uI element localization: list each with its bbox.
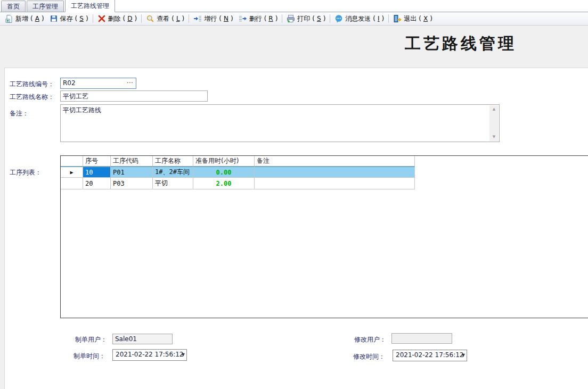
add-row-label: 增行: [204, 14, 217, 23]
grid-header-code[interactable]: 工序代码: [111, 156, 153, 167]
grid-header-seq[interactable]: 序号: [83, 156, 111, 167]
delete-label: 删除: [108, 14, 121, 23]
route-code-value: R02: [63, 79, 76, 87]
route-code-label: 工艺路线编号：: [10, 80, 54, 89]
print-icon: [287, 14, 295, 23]
creator-label: 制单用户：: [75, 335, 107, 344]
remark-scrollbar[interactable]: ▲ ▼: [489, 105, 499, 141]
modify-time-picker[interactable]: 2021-02-22 17:56:12 ▼: [393, 350, 467, 361]
tab-routing-management[interactable]: 工艺路线管理: [65, 0, 115, 12]
add-row-icon: [193, 14, 202, 23]
remark-textarea[interactable]: 平切工艺路线 ▲ ▼: [60, 104, 500, 142]
remark-label: 备注：: [10, 109, 29, 118]
chevron-down-icon[interactable]: ▼: [462, 353, 465, 358]
save-label: 保存: [60, 14, 73, 23]
route-name-input[interactable]: 平切工艺: [60, 90, 208, 102]
cell-code[interactable]: P01: [111, 167, 153, 178]
cell-remark[interactable]: [255, 167, 415, 178]
delete-row-icon: [239, 14, 247, 23]
toolbar: 新增(A) 保存(S) 删除(D) 查看(L): [0, 12, 588, 26]
cell-prep-time[interactable]: 2.00: [193, 178, 255, 189]
exit-label: 退出: [404, 14, 416, 23]
remark-value: 平切工艺路线: [63, 106, 487, 115]
modifier-input[interactable]: [391, 333, 452, 344]
chevron-down-icon[interactable]: ▼: [182, 352, 185, 357]
route-code-input[interactable]: R02 ⋯: [60, 78, 136, 89]
tab-bar: 首页 工序管理 工艺路线管理: [0, 0, 588, 12]
grid-header-indicator: [61, 156, 83, 167]
cell-seq[interactable]: 20: [83, 178, 111, 189]
add-row-button[interactable]: 增行(N): [191, 14, 235, 24]
new-label: 新增: [15, 14, 28, 23]
toolbar-separator: [388, 14, 389, 23]
modify-time-label: 修改时间：: [353, 352, 385, 361]
grid-header-row: 序号 工序代码 工序名称 准备用时(小时) 备注: [61, 156, 588, 167]
grid-header-remark[interactable]: 备注: [255, 156, 415, 167]
delete-row-label: 删行: [249, 14, 262, 23]
view-button[interactable]: 查看(L): [143, 14, 187, 24]
view-label: 查看: [157, 14, 169, 23]
message-icon: [334, 14, 343, 23]
left-margin: [0, 68, 4, 389]
process-grid: 序号 工序代码 工序名称 准备用时(小时) 备注 ▶ 10 P01 1#、2#车…: [60, 155, 588, 318]
scroll-down-icon[interactable]: ▼: [489, 133, 499, 141]
save-button[interactable]: 保存(S): [47, 14, 91, 24]
new-button[interactable]: 新增(A): [2, 14, 47, 24]
toolbar-separator: [93, 14, 93, 23]
row-indicator: [61, 178, 83, 189]
cell-seq[interactable]: 10: [83, 167, 111, 178]
scroll-up-icon[interactable]: ▲: [489, 105, 499, 113]
tab-process-management[interactable]: 工序管理: [27, 1, 64, 12]
cell-name[interactable]: 平切: [153, 178, 193, 189]
create-time-label: 制单时间：: [74, 352, 105, 361]
modify-time-value: 2021-02-22 17:56:12: [396, 351, 463, 359]
grid-header-name[interactable]: 工序名称: [153, 156, 193, 167]
table-row[interactable]: ▶ 10 P01 1#、2#车间 0.00: [61, 167, 588, 178]
modifier-label: 修改用户：: [354, 335, 386, 344]
create-time-value: 2021-02-22 17:56:12: [116, 351, 183, 358]
tab-home[interactable]: 首页: [1, 1, 26, 12]
create-time-picker[interactable]: 2021-02-22 17:56:12 ▼: [112, 349, 187, 361]
table-row[interactable]: 20 P03 平切 2.00: [61, 178, 588, 189]
creator-value: Sale01: [115, 335, 137, 343]
print-label: 打印: [297, 14, 310, 23]
toolbar-separator: [282, 14, 282, 23]
browse-button[interactable]: ⋯: [125, 78, 135, 87]
delete-icon: [97, 14, 106, 23]
toolbar-separator: [141, 14, 142, 23]
cell-code[interactable]: P03: [111, 178, 153, 189]
cell-prep-time[interactable]: 0.00: [193, 167, 255, 178]
send-message-label: 消息发送: [345, 14, 371, 23]
print-button[interactable]: 打印(S): [284, 14, 328, 24]
exit-icon: [393, 14, 402, 23]
cell-remark[interactable]: [255, 178, 415, 189]
route-name-value: 平切工艺: [63, 93, 88, 100]
grid-header-prep[interactable]: 准备用时(小时): [193, 156, 255, 167]
app-window: 首页 工序管理 工艺路线管理 新增(A) 保存(S) 删除(D): [0, 0, 588, 389]
creator-input[interactable]: Sale01: [112, 334, 173, 344]
exit-button[interactable]: 退出(X): [390, 14, 435, 24]
save-icon: [50, 14, 58, 23]
cell-name[interactable]: 1#、2#车间: [153, 167, 193, 178]
new-icon: [5, 14, 13, 23]
toolbar-separator: [330, 14, 330, 23]
process-list-label: 工序列表：: [10, 168, 42, 177]
send-message-button[interactable]: 消息发送(I): [332, 14, 387, 24]
route-name-label: 工艺路线名称：: [10, 93, 54, 102]
toolbar-separator: [189, 14, 189, 23]
delete-row-button[interactable]: 删行(R): [236, 14, 281, 24]
page-title: 工艺路线管理: [368, 33, 554, 55]
delete-button[interactable]: 删除(D): [95, 14, 140, 24]
view-icon: [146, 14, 154, 23]
row-indicator: ▶: [61, 167, 83, 178]
